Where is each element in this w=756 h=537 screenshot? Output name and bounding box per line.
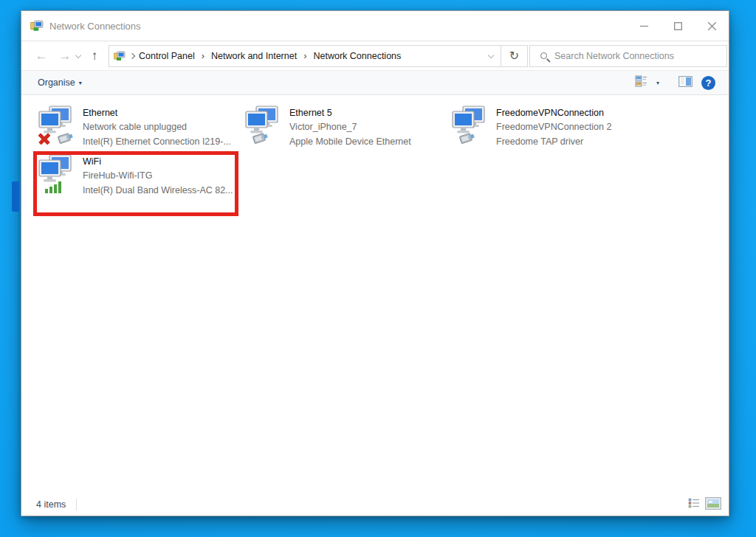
close-button[interactable] (695, 11, 729, 41)
connection-item-freedomevpn[interactable]: FreedomeVPNConnection FreedomeVPNConnect… (450, 105, 656, 153)
item-status: FreedomeVPNConnection 2 (496, 120, 611, 134)
maximize-button[interactable] (661, 11, 695, 41)
search-box[interactable] (529, 45, 727, 67)
navigation-bar: ← → ↑ Control Panel › Network and Intern… (21, 41, 729, 70)
organise-menu-button[interactable]: Organise ▾ (38, 77, 82, 88)
desktop: Network Connections ← → ↑ (0, 0, 756, 537)
ethernet-disconnected-icon (36, 105, 79, 146)
status-divider (76, 499, 77, 510)
location-icon (114, 51, 126, 61)
breadcrumb-separator: › (298, 50, 312, 61)
address-dropdown-chevron-icon[interactable] (488, 52, 494, 58)
up-button[interactable]: ↑ (85, 49, 104, 63)
breadcrumb-network-and-internet[interactable]: Network and Internet (210, 51, 298, 61)
item-title: Ethernet 5 (289, 106, 411, 120)
red-highlight-annotation (33, 151, 238, 216)
title-bar[interactable]: Network Connections (21, 11, 729, 41)
item-title: FreedomeVPNConnection (496, 106, 611, 120)
status-bar: 4 items (21, 493, 729, 516)
organise-caret-icon: ▾ (79, 80, 82, 86)
item-title: Ethernet (83, 106, 231, 120)
search-input[interactable] (554, 51, 717, 61)
preview-pane-button[interactable] (678, 76, 693, 90)
window-icon (30, 20, 44, 32)
help-button[interactable]: ? (701, 76, 715, 90)
page-edge-tab (12, 181, 19, 212)
connection-item-ethernet[interactable]: Ethernet Network cable unplugged Intel(R… (36, 105, 243, 153)
command-toolbar: Organise ▾ ▾ (21, 70, 729, 95)
ethernet-icon (243, 105, 286, 146)
address-bar[interactable]: Control Panel › Network and Internet › N… (109, 45, 501, 67)
breadcrumb-network-connections[interactable]: Network Connections (312, 51, 402, 61)
recent-locations-chevron-icon[interactable] (75, 52, 81, 58)
network-connections-window: Network Connections ← → ↑ (21, 10, 729, 516)
connection-item-ethernet5[interactable]: Ethernet 5 Victor_iPhone_7 Apple Mobile … (243, 105, 450, 153)
ethernet-icon (450, 105, 492, 146)
item-device: Freedome TAP driver (496, 135, 611, 149)
item-device: Intel(R) Ethernet Connection I219-... (83, 135, 231, 149)
forward-button[interactable]: → (55, 49, 75, 63)
item-status: Network cable unplugged (83, 120, 231, 134)
window-title: Network Connections (49, 21, 141, 32)
refresh-button[interactable]: ↻ (501, 45, 528, 67)
back-button[interactable]: ← (32, 49, 51, 63)
breadcrumb-separator: › (196, 50, 210, 61)
details-view-button[interactable] (688, 498, 700, 511)
breadcrumb-chevron-icon[interactable] (129, 52, 135, 58)
search-icon (540, 52, 547, 59)
change-view-button[interactable] (635, 75, 647, 91)
organise-label: Organise (38, 77, 75, 88)
large-icons-view-button[interactable] (705, 497, 721, 513)
view-caret-icon[interactable]: ▾ (656, 80, 659, 86)
items-count: 4 items (36, 499, 66, 510)
breadcrumb-control-panel[interactable]: Control Panel (137, 51, 196, 61)
item-status: Victor_iPhone_7 (289, 120, 411, 134)
minimize-button[interactable] (627, 11, 661, 41)
item-device: Apple Mobile Device Ethernet (289, 135, 411, 149)
